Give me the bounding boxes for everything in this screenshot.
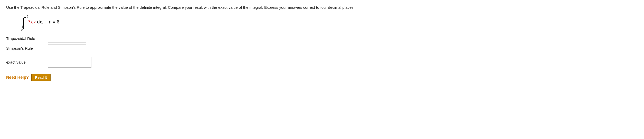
integrand-dx: dx; (37, 19, 43, 25)
simpsons-label: Simpson's Rule (6, 46, 45, 50)
read-it-button[interactable]: Read It (31, 74, 51, 81)
exact-input[interactable] (48, 57, 91, 68)
exact-section: exact value (6, 57, 638, 68)
problem-description: Use the Trapezoidal Rule and Simpson's R… (6, 5, 391, 11)
simpsons-row: Simpson's Rule (6, 45, 638, 52)
trapezoidal-input[interactable] (48, 35, 86, 42)
exact-label: exact value (6, 60, 45, 64)
help-section: Need Help? Read It (6, 74, 638, 81)
integral-symbol-wrapper: ∫ 2 0 (22, 15, 25, 29)
integrand-exponent: 2 (34, 20, 36, 24)
trapezoidal-label: Trapezoidal Rule (6, 36, 45, 41)
need-help-label: Need Help? (6, 75, 29, 80)
rules-section: Trapezoidal Rule Simpson's Rule (6, 35, 638, 52)
integrand-coefficient: 7x (28, 19, 33, 25)
n-value: n = 6 (49, 19, 60, 25)
integral-lower-bound: 0 (22, 25, 24, 29)
simpsons-input[interactable] (48, 45, 86, 52)
integral-display: ∫ 2 0 7x2 dx; n = 6 (22, 15, 638, 29)
integrand: 7x2 dx; n = 6 (28, 19, 59, 25)
integral-upper-bound: 2 (27, 15, 29, 19)
trapezoidal-row: Trapezoidal Rule (6, 35, 638, 42)
